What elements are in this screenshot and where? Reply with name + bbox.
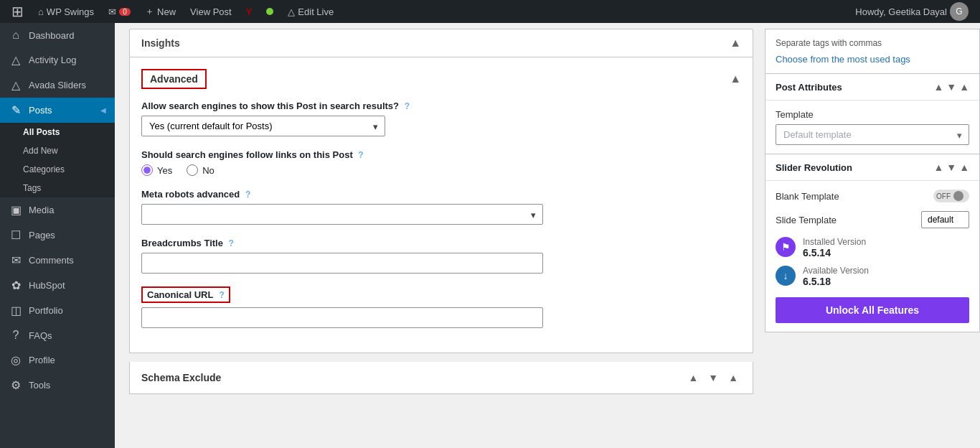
- blank-template-label: Blank Template: [776, 191, 839, 202]
- adminbar-howdy[interactable]: Howdy, Geetika Dayal G: [849, 0, 974, 23]
- profile-icon: ◎: [9, 353, 23, 367]
- main-area: Insights ▲ Advanced ▲ Allow search engin…: [115, 23, 980, 448]
- sidebar-item-label: Profile: [29, 355, 55, 365]
- admin-menu: ⌂ Dashboard △ Activity Log △ Avada Slide…: [0, 23, 115, 448]
- search-engines-select[interactable]: Yes (current default for Posts) No: [141, 116, 385, 136]
- hubspot-icon: ✿: [9, 279, 23, 292]
- advanced-collapse-button[interactable]: ▲: [730, 73, 741, 85]
- template-select[interactable]: Default template: [776, 124, 969, 145]
- follow-links-label: Should search engines follow links on th…: [141, 149, 741, 160]
- sidebar-item-profile[interactable]: ◎ Profile: [0, 347, 115, 373]
- main-content: Insights ▲ Advanced ▲ Allow search engin…: [115, 23, 765, 448]
- submenu-item-categories[interactable]: Categories: [0, 160, 115, 179]
- follow-links-no-option[interactable]: No: [187, 164, 215, 176]
- schema-exclude-title: Schema Exclude: [141, 372, 221, 383]
- follow-links-help-icon[interactable]: ?: [358, 150, 363, 160]
- tags-hint-text: Separate tags with commas: [776, 38, 969, 48]
- submenu-label: All Posts: [23, 127, 60, 137]
- insights-collapse-button[interactable]: ▲: [730, 37, 741, 50]
- follow-links-no-radio[interactable]: [187, 164, 198, 176]
- sidebar-item-comments[interactable]: ✉ Comments: [0, 248, 115, 273]
- schema-collapse-down-button[interactable]: ▼: [705, 370, 721, 385]
- sidebar-item-dashboard[interactable]: ⌂ Dashboard: [0, 23, 115, 47]
- breadcrumbs-help-icon[interactable]: ?: [229, 238, 234, 248]
- follow-links-yes-radio[interactable]: [141, 164, 153, 176]
- slider-revolution-collapse-up-button[interactable]: ▲: [933, 162, 943, 173]
- canonical-url-help-icon[interactable]: ?: [219, 290, 224, 300]
- adminbar-yoast[interactable]: Y: [240, 0, 258, 23]
- sidebar-item-pages[interactable]: ☐ Pages: [0, 223, 115, 248]
- template-select-wrapper: Default template: [776, 124, 969, 145]
- sidebar-item-avada-sliders[interactable]: △ Avada Sliders: [0, 73, 115, 98]
- available-version-icon: ↓: [776, 266, 796, 286]
- sidebar-item-faqs[interactable]: ? FAQs: [0, 323, 115, 347]
- search-engines-field: Allow search engines to show this Post i…: [141, 101, 741, 136]
- sidebar-item-label: Comments: [29, 255, 74, 266]
- schema-expand-button[interactable]: ▲: [725, 370, 741, 385]
- adminbar-logo[interactable]: ⊞: [6, 0, 29, 23]
- template-label: Template: [776, 109, 969, 120]
- sidebar-item-label: HubSpot: [29, 280, 65, 291]
- sidebar-item-hubspot[interactable]: ✿ HubSpot: [0, 273, 115, 298]
- slider-revolution-title: Slider Revolution: [776, 162, 852, 173]
- site-name-label: WP Swings: [47, 6, 94, 17]
- schema-exclude-bar: Schema Exclude ▲ ▼ ▲: [129, 362, 753, 394]
- advanced-title: Advanced: [141, 69, 207, 89]
- sidebar-item-label: Tools: [29, 380, 50, 391]
- post-attributes-expand-button[interactable]: ▲: [959, 81, 969, 93]
- tools-icon: ⚙: [9, 378, 23, 392]
- blank-template-row: Blank Template OFF: [776, 190, 969, 202]
- slide-template-select[interactable]: default: [921, 211, 969, 228]
- tags-link[interactable]: Choose from the most used tags: [776, 54, 969, 65]
- adminbar-edit-live[interactable]: △ Edit Live: [282, 0, 339, 23]
- sidebar-item-label: FAQs: [29, 330, 52, 341]
- follow-links-yes-option[interactable]: Yes: [141, 164, 172, 176]
- sidebar-item-activity-log[interactable]: △ Activity Log: [0, 47, 115, 73]
- sidebar-item-posts[interactable]: ✎ Posts ◀: [0, 98, 115, 123]
- status-dot-icon: [266, 8, 273, 15]
- breadcrumbs-field: Breadcrumbs Title ?: [141, 238, 741, 274]
- schema-collapse-up-button[interactable]: ▲: [685, 370, 701, 385]
- slide-template-select-wrapper: default: [921, 211, 969, 228]
- post-attributes-title: Post Attributes: [776, 82, 842, 93]
- insights-bar: Insights ▲: [129, 29, 753, 57]
- blank-template-toggle[interactable]: OFF: [933, 190, 969, 202]
- search-engines-help-icon[interactable]: ?: [405, 101, 410, 111]
- sidebar-item-media[interactable]: ▣ Media: [0, 197, 115, 223]
- sidebar-item-portfolio[interactable]: ◫ Portfolio: [0, 298, 115, 323]
- adminbar-user-area: Howdy, Geetika Dayal G: [849, 0, 974, 23]
- meta-robots-field: Meta robots advanced ?: [141, 189, 741, 225]
- meta-robots-select[interactable]: [141, 204, 543, 225]
- search-engines-select-wrapper: Yes (current default for Posts) No: [141, 116, 385, 136]
- submenu-item-all-posts[interactable]: All Posts: [0, 123, 115, 141]
- site-name-icon: ⌂: [38, 6, 44, 17]
- adminbar-comments[interactable]: ✉ 0: [103, 0, 136, 23]
- post-attributes-collapse-up-button[interactable]: ▲: [933, 81, 943, 93]
- sidebar-item-tools[interactable]: ⚙ Tools: [0, 373, 115, 398]
- submenu-label: Categories: [23, 164, 65, 174]
- unlock-all-features-button[interactable]: Unlock All Features: [776, 297, 969, 323]
- wp-logo-icon: ⊞: [11, 3, 24, 20]
- canonical-url-input[interactable]: [141, 307, 543, 328]
- right-sidebar: Separate tags with commas Choose from th…: [765, 23, 980, 448]
- follow-links-no-label: No: [202, 165, 215, 176]
- post-attributes-controls: ▲ ▼ ▲: [933, 81, 969, 93]
- breadcrumbs-input[interactable]: [141, 253, 543, 274]
- slider-revolution-expand-button[interactable]: ▲: [959, 162, 969, 173]
- meta-robots-help-icon[interactable]: ?: [245, 190, 250, 200]
- media-icon: ▣: [9, 203, 23, 217]
- slider-revolution-collapse-down-button[interactable]: ▼: [946, 162, 956, 173]
- adminbar-site-name[interactable]: ⌂ WP Swings: [32, 0, 100, 23]
- yoast-icon: Y: [246, 6, 253, 17]
- canonical-url-field: Canonical URL ?: [141, 286, 741, 328]
- submenu-item-tags[interactable]: Tags: [0, 179, 115, 197]
- submenu-item-add-new[interactable]: Add New: [0, 141, 115, 160]
- post-attributes-collapse-down-button[interactable]: ▼: [946, 81, 956, 93]
- sidebar-item-label: Pages: [29, 230, 55, 241]
- adminbar-new[interactable]: ＋ New: [139, 0, 182, 23]
- howdy-label: Howdy, Geetika Dayal: [855, 6, 947, 17]
- adminbar-view-post[interactable]: View Post: [184, 0, 237, 23]
- edit-live-icon: △: [288, 6, 295, 17]
- follow-links-radio-group: Yes No: [141, 164, 741, 176]
- post-attributes-header: Post Attributes ▲ ▼ ▲: [765, 74, 979, 101]
